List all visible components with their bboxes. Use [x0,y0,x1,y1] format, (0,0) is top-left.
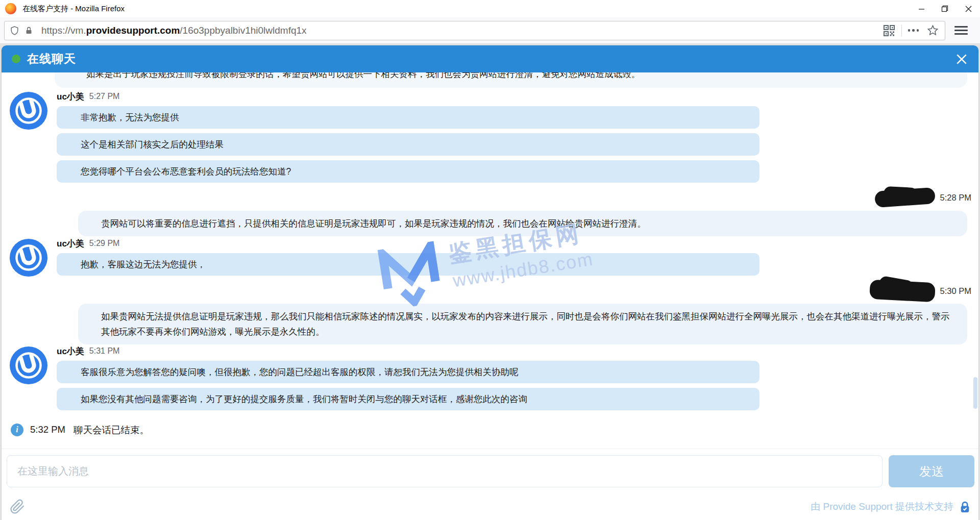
message-bubble: 如果您没有其他问题需要咨询，为了更好的提交服务质量，我们将暂时关闭与您的聊天对话… [57,388,760,410]
message-time: 5:28 PM [940,193,971,203]
window-title: 在线客户支持 - Mozilla Firefox [22,4,125,14]
message-group-agent: uc小美 5:27 PM 非常抱歉，无法为您提供 这个是相关部门核实之后的处理结… [2,91,978,183]
message-bubble: 抱歉，客服这边无法为您提供， [57,253,760,276]
page-actions-icon[interactable] [908,29,919,32]
menu-icon[interactable] [954,26,968,35]
system-message: i 5:32 PM 聊天会话已结束。 [11,423,978,437]
message-group-agent: uc小美 5:31 PM 客服很乐意为您解答您的疑问噢，但很抱歉，您的问题已经超… [2,346,978,410]
secure-lock-icon [959,501,971,513]
chat-close-icon[interactable] [955,53,968,66]
restore-icon [941,5,948,12]
message-time: 5:30 PM [940,286,971,296]
message-time: 5:29 PM [89,239,120,248]
message-time: 5:27 PM [89,92,120,101]
message-bubble: 非常抱歉，无法为您提供 [57,106,760,129]
minimize-button[interactable] [910,0,933,17]
chat-widget: 在线聊天 如果是出于玩家违规投注而导致被限制登录的话，希望贵网站可以提供一下相关… [1,45,979,520]
message-bubble: 客服很乐意为您解答您的疑问噢，但很抱歉，您的问题已经超出客服的权限，请恕我们无法… [57,361,760,383]
message-time: 5:31 PM [89,346,120,356]
chat-messages: 如果是出于玩家违规投注而导致被限制登录的话，希望贵网站可以提供一下相关资料，我们… [2,72,978,437]
page-background: 在线聊天 如果是出于玩家违规投注而导致被限制登录的话，希望贵网站可以提供一下相关… [0,44,980,520]
send-button[interactable]: 发送 [889,455,974,487]
agent-avatar-icon [9,91,48,130]
browser-toolbar: https://vm.providesupport.com/16o3ppbyal… [0,17,980,44]
message-group-visitor: 5:28 PM 贵网站可以将重要的信息进行遮挡，只提供相关的信息证明是玩家违规即… [2,188,978,236]
message-bubble-cutoff: 如果是出于玩家违规投注而导致被限制登录的话，希望贵网站可以提供一下相关资料，我们… [55,72,967,88]
message-bubble: 您觉得哪个平台会公布恶意套利会员的玩法给您知道? [57,160,760,183]
restore-button[interactable] [933,0,957,17]
chat-header: 在线聊天 [2,45,978,72]
message-input[interactable] [7,455,883,487]
agent-avatar-icon [9,238,48,277]
close-icon [965,6,972,12]
divider [2,449,978,449]
qr-code-icon[interactable] [883,24,895,37]
redacted-visitor-name [874,187,936,208]
powered-by-link[interactable]: 由 Provide Support 提供技术支持 [811,500,953,513]
agent-avatar-icon [9,346,48,385]
redacted-visitor-name [869,280,936,303]
message-bubble: 这个是相关部门核实之后的处理结果 [57,133,760,156]
info-icon: i [11,424,23,436]
title-bar: 在线客户支持 - Mozilla Firefox [0,0,980,17]
divider [901,25,902,36]
firefox-icon [5,3,16,14]
agent-name: uc小美 [57,345,84,357]
close-button[interactable] [957,0,980,17]
chat-title: 在线聊天 [27,51,76,67]
agent-name: uc小美 [57,238,84,250]
message-group-visitor: 5:30 PM 如果贵网站无法提供信息证明是玩家违规，那么我们只能相信玩家陈述的… [2,281,978,344]
minimize-icon [918,6,925,12]
system-time: 5:32 PM [30,424,65,435]
scrollbar-thumb[interactable] [973,377,977,409]
tracking-shield-icon[interactable] [10,26,19,36]
bookmark-star-icon[interactable] [927,24,939,36]
message-bubble: 如果贵网站无法提供信息证明是玩家违规，那么我们只能相信玩家陈述的情况属实，以玩家… [78,304,967,344]
url-text: https://vm.providesupport.com/16o3ppbyal… [41,25,883,36]
attachment-paperclip-icon[interactable] [10,499,25,514]
agent-name: uc小美 [57,91,84,103]
system-text: 聊天会话已结束。 [74,424,149,436]
url-bar[interactable]: https://vm.providesupport.com/16o3ppbyal… [4,21,945,40]
message-group-agent: uc小美 5:29 PM 抱歉，客服这边无法为您提供， [2,238,978,277]
online-status-dot [12,55,20,63]
message-bubble: 贵网站可以将重要的信息进行遮挡，只提供相关的信息证明是玩家违规即可，如果是玩家违… [78,211,967,236]
lock-icon[interactable] [24,26,33,35]
